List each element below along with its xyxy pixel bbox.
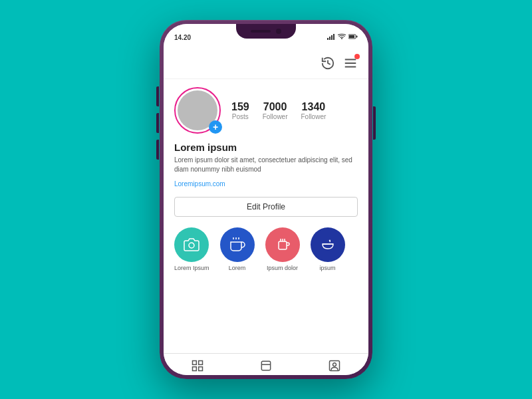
nav-card[interactable]	[232, 359, 301, 372]
status-bar: 14.20	[164, 24, 368, 51]
phone-screen: 14.20	[164, 24, 368, 375]
status-time: 14.20	[174, 34, 191, 41]
stat-posts: 159 Posts	[231, 101, 249, 120]
stats-row: 159 Posts 7000 Follower 1340 Follower	[231, 101, 358, 120]
story-circle-1	[220, 227, 255, 262]
bowl-icon	[320, 237, 336, 253]
stat-followers1: 7000 Follower	[263, 101, 288, 120]
svg-rect-0	[327, 38, 329, 40]
stories-section: Lorem Ipsum Lorem	[164, 225, 368, 279]
camera	[276, 29, 281, 34]
profile-link[interactable]: Loremipsum.com	[174, 180, 225, 188]
phone-frame: 14.20	[160, 20, 372, 379]
signal-icon	[327, 33, 335, 41]
nav-profile[interactable]	[300, 359, 368, 372]
coffee-icon	[229, 237, 245, 253]
profile-nav-icon	[328, 359, 341, 372]
svg-rect-3	[333, 34, 334, 40]
followers1-count: 7000	[263, 101, 287, 113]
battery-icon	[348, 34, 358, 41]
story-item-0[interactable]: Lorem Ipsum	[174, 227, 209, 271]
screen-content: + 159 Posts 7000 Follower 1340 Follower	[164, 51, 368, 375]
profile-name: Lorem ipsum	[174, 142, 358, 153]
story-label-1: Lorem	[229, 265, 246, 271]
svg-rect-22	[199, 367, 203, 371]
svg-rect-1	[329, 37, 331, 40]
story-circle-0	[174, 227, 209, 262]
profile-section: + 159 Posts 7000 Follower 1340 Follower	[164, 79, 368, 142]
followers2-count: 1340	[302, 101, 326, 113]
story-circle-2	[265, 227, 300, 262]
followers1-label: Follower	[263, 113, 288, 120]
status-icons	[327, 33, 358, 41]
grid-icon	[191, 359, 204, 372]
followers2-label: Follower	[301, 113, 327, 120]
camera-icon	[184, 237, 200, 253]
stat-followers2: 1340 Follower	[301, 101, 327, 120]
svg-rect-19	[193, 361, 197, 365]
story-item-3[interactable]: ipsum	[311, 227, 345, 271]
bottom-nav	[164, 353, 368, 375]
app-header	[164, 51, 368, 79]
svg-rect-2	[331, 35, 332, 40]
svg-rect-6	[356, 36, 358, 38]
bio-section: Lorem ipsum Lorem ipsum dolor sit amet, …	[164, 142, 368, 197]
history-icon	[321, 56, 335, 70]
profile-bio: Lorem ipsum dolor sit amet, consectetuer…	[174, 156, 358, 174]
edit-profile-button[interactable]: Edit Profile	[174, 197, 358, 217]
svg-rect-21	[193, 367, 197, 371]
svg-rect-20	[199, 361, 203, 365]
cup-icon	[275, 237, 291, 253]
svg-point-26	[332, 363, 336, 366]
add-story-button[interactable]: +	[209, 120, 222, 134]
svg-rect-5	[349, 35, 354, 38]
posts-count: 159	[231, 101, 249, 113]
svg-rect-14	[279, 241, 287, 249]
posts-label: Posts	[232, 113, 249, 120]
svg-point-10	[189, 243, 194, 248]
story-circle-3	[311, 227, 345, 262]
svg-rect-23	[261, 361, 270, 370]
nav-grid[interactable]	[164, 359, 232, 372]
speaker	[251, 30, 271, 33]
story-label-0: Lorem Ipsum	[174, 265, 209, 271]
story-item-2[interactable]: Ipsum dolor	[265, 227, 300, 271]
history-button[interactable]	[321, 56, 335, 73]
story-label-2: Ipsum dolor	[267, 265, 298, 271]
notification-dot	[354, 54, 360, 59]
card-icon	[259, 359, 273, 372]
notch	[236, 24, 296, 39]
avatar-wrapper: +	[174, 87, 221, 134]
wifi-icon	[338, 33, 346, 41]
menu-button[interactable]	[343, 56, 358, 73]
story-label-3: ipsum	[320, 265, 336, 271]
story-item-1[interactable]: Lorem	[220, 227, 255, 271]
